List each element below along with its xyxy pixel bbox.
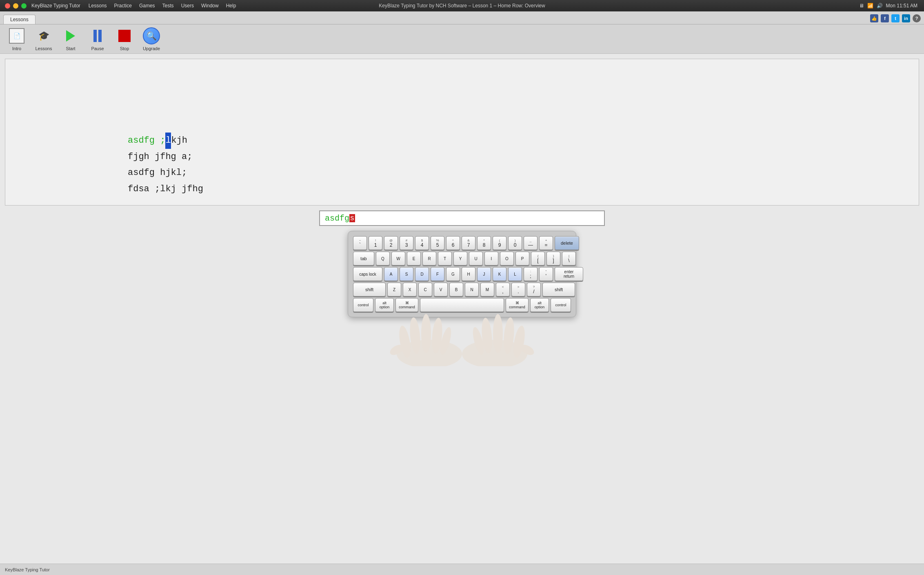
social-icons[interactable]: 👍 f t in ? <box>870 14 921 22</box>
key-c[interactable]: C <box>418 283 432 296</box>
key-u[interactable]: U <box>469 252 483 265</box>
statusbar-text: KeyBlaze Typing Tutor <box>5 567 50 572</box>
lessons-label: Lessons <box>36 46 52 51</box>
key-j[interactable]: J <box>477 267 491 281</box>
key-semicolon[interactable]: :; <box>524 267 538 281</box>
key-comma[interactable]: <, <box>496 283 510 296</box>
key-backtick[interactable]: ~` <box>353 236 367 250</box>
upgrade-button[interactable]: 🔍 Upgrade <box>141 27 162 51</box>
key-h[interactable]: H <box>462 267 475 281</box>
menu-bar[interactable]: Lessons Practice Games Tests Users Windo… <box>89 3 236 9</box>
menu-help[interactable]: Help <box>226 3 236 9</box>
menu-lessons[interactable]: Lessons <box>89 3 107 9</box>
traffic-lights[interactable] <box>5 3 27 9</box>
svg-point-3 <box>421 314 431 353</box>
key-7[interactable]: &7 <box>462 236 475 250</box>
typing-line-3: asdfg hjkl; <box>128 165 203 181</box>
content-area: asdfg ; l kjh fjgh jfhg a; asdfg hjkl; f… <box>5 59 919 206</box>
close-button[interactable] <box>5 3 10 9</box>
pause-icon <box>89 27 106 44</box>
key-8[interactable]: *8 <box>477 236 491 250</box>
key-v[interactable]: V <box>434 283 448 296</box>
key-z[interactable]: Z <box>387 283 401 296</box>
key-o[interactable]: O <box>500 252 514 265</box>
key-3[interactable]: #3 <box>400 236 413 250</box>
menu-window[interactable]: Window <box>201 3 219 9</box>
key-1[interactable]: !1 <box>369 236 382 250</box>
menu-games[interactable]: Games <box>139 3 155 9</box>
like-icon[interactable]: 👍 <box>870 14 878 22</box>
intro-button[interactable]: 📄 Intro <box>7 27 27 51</box>
key-rbracket[interactable]: }] <box>546 252 560 265</box>
key-row-3: shift Z X C V B N M <, >. ?/ shift <box>353 283 571 296</box>
key-minus[interactable]: _— <box>524 236 538 250</box>
key-m[interactable]: M <box>480 283 494 296</box>
key-f[interactable]: F <box>431 267 444 281</box>
key-backslash[interactable]: |\ <box>562 252 576 265</box>
twitter-icon[interactable]: t <box>891 14 900 22</box>
key-i[interactable]: I <box>484 252 498 265</box>
key-y[interactable]: Y <box>453 252 467 265</box>
key-q[interactable]: Q <box>376 252 390 265</box>
key-a[interactable]: A <box>384 267 398 281</box>
key-enter[interactable]: enterreturn <box>555 267 583 281</box>
key-k[interactable]: K <box>493 267 506 281</box>
upgrade-label: Upgrade <box>143 46 160 51</box>
key-lbracket[interactable]: {[ <box>531 252 545 265</box>
key-t[interactable]: T <box>438 252 452 265</box>
key-e[interactable]: E <box>407 252 421 265</box>
key-period[interactable]: >. <box>511 283 525 296</box>
stop-button[interactable]: Stop <box>114 27 135 51</box>
help-icon[interactable]: ? <box>913 14 921 22</box>
key-shift-right[interactable]: shift <box>542 283 575 296</box>
line1-cursor: l <box>165 133 171 149</box>
tab-lessons[interactable]: Lessons <box>3 15 36 24</box>
start-button[interactable]: Start <box>60 27 81 51</box>
pause-button[interactable]: Pause <box>87 27 108 51</box>
titlebar: KeyBlaze Typing Tutor Lessons Practice G… <box>0 0 924 11</box>
key-s[interactable]: S <box>400 267 413 281</box>
key-shift-left[interactable]: shift <box>353 283 386 296</box>
key-d[interactable]: D <box>415 267 429 281</box>
keyboard: ~` !1 @2 #3 $4 %5 ^6 &7 *8 (9 )0 _— += d… <box>348 231 576 317</box>
linkedin-icon[interactable]: in <box>902 14 910 22</box>
key-n[interactable]: N <box>465 283 479 296</box>
key-equals[interactable]: += <box>539 236 553 250</box>
key-r[interactable]: R <box>422 252 436 265</box>
key-delete[interactable]: delete <box>555 236 579 250</box>
input-bar[interactable]: asdfg s <box>0 210 924 226</box>
key-l[interactable]: L <box>508 267 522 281</box>
start-label: Start <box>66 46 75 51</box>
typing-line-1: asdfg ; l kjh <box>128 133 203 149</box>
menu-tests[interactable]: Tests <box>162 3 174 9</box>
key-quote[interactable]: "' <box>539 267 553 281</box>
minimize-button[interactable] <box>13 3 18 9</box>
wifi-icon: 📶 <box>867 3 873 9</box>
typing-input[interactable]: asdfg s <box>319 210 605 226</box>
upgrade-icon: 🔍 <box>143 27 160 44</box>
key-w[interactable]: W <box>391 252 405 265</box>
key-b[interactable]: B <box>449 283 463 296</box>
lessons-button[interactable]: 🎓 Lessons <box>33 27 54 51</box>
key-slash[interactable]: ?/ <box>527 283 541 296</box>
key-tab[interactable]: tab <box>353 252 374 265</box>
key-g[interactable]: G <box>446 267 460 281</box>
menu-users[interactable]: Users <box>181 3 194 9</box>
key-x[interactable]: X <box>403 283 417 296</box>
pause-shape <box>93 30 102 42</box>
titlebar-right: 🖥 📶 🔊 Mon 11:51 AM <box>859 3 917 9</box>
key-4[interactable]: $4 <box>415 236 429 250</box>
key-p[interactable]: P <box>515 252 529 265</box>
key-6[interactable]: ^6 <box>446 236 460 250</box>
key-0[interactable]: )0 <box>508 236 522 250</box>
intro-icon: 📄 <box>8 27 25 44</box>
pause-bar-right <box>98 30 102 42</box>
facebook-icon[interactable]: f <box>881 14 889 22</box>
line1-green: asdfg ; <box>128 133 165 149</box>
key-9[interactable]: (9 <box>493 236 506 250</box>
key-2[interactable]: @2 <box>384 236 398 250</box>
key-capslock[interactable]: caps lock <box>353 267 382 281</box>
menu-practice[interactable]: Practice <box>114 3 132 9</box>
key-5[interactable]: %5 <box>431 236 444 250</box>
maximize-button[interactable] <box>21 3 27 9</box>
